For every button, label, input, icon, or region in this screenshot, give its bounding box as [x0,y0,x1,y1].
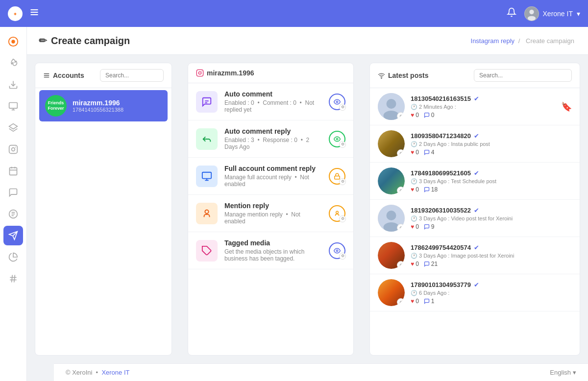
post-gear-icon: ⚙ [397,112,405,120]
post-item: ⚙ 18193206310035522 ✔ 🕐 3 Days Ago : Vid… [370,200,580,237]
post-likes: ♥ 0 [411,186,419,193]
comments-count: 1 [431,298,435,305]
heart-icon: ♥ [411,261,414,267]
sidebar-item-send[interactable] [3,226,23,245]
sidebar-item-layers[interactable] [3,118,23,138]
likes-count: 0 [416,261,419,267]
post-comments: 21 [424,261,438,267]
verified-icon: ✔ [474,281,479,288]
user-menu[interactable]: Xerone IT ▾ [524,6,580,21]
gear-icon: ⚙ [339,141,346,148]
post-time: 🕐 2 Minutes Ago : [411,104,555,110]
svg-point-33 [198,71,201,74]
post-id-row: 17890101304953779 ✔ [411,281,572,288]
post-gear-icon: ⚙ [397,187,405,194]
sidebar-item-instagram[interactable] [3,140,23,159]
accounts-panel: Accounts FriendsForever mirazmm.1996 178… [35,63,172,356]
sidebar-item-fire[interactable] [3,53,23,73]
campaign-action-button[interactable]: ⚙ [329,205,345,222]
svg-point-46 [336,250,338,252]
post-thumbnail: ⚙ [378,130,405,157]
svg-point-34 [201,71,202,71]
clock-icon: 🕐 [411,215,417,222]
topbar: ✦ Xerone IT ▾ [0,0,588,27]
sidebar-item-chat[interactable] [3,183,23,202]
svg-rect-11 [9,103,18,109]
post-stats: ♥ 0 0 [411,112,555,119]
likes-count: 0 [416,223,419,230]
campaign-meta: Manage full account reply • Not enabled [224,174,322,188]
svg-point-7 [527,16,535,20]
campaign-action-button[interactable]: ⚙ [329,131,345,147]
verified-icon: ✔ [474,95,479,102]
notification-bell-icon[interactable] [507,7,516,20]
post-info: 17849180699521605 ✔ 🕐 3 Days Ago : Test … [411,169,572,193]
post-time: 🕐 2 Days Ago : Insta public post [411,141,572,147]
svg-text:✦: ✦ [13,11,17,16]
campaign-action-button[interactable]: ⚙ [329,94,345,110]
svg-point-37 [336,101,338,103]
gear-icon: ⚙ [339,104,346,111]
post-likes: ♥ 0 [411,261,419,267]
svg-point-44 [336,211,339,214]
post-comments: 0 [424,112,435,119]
post-time: 🕐 3 Days Ago : Image post-test for Xeroi… [411,253,572,259]
post-stats: ♥ 0 18 [411,186,572,193]
breadcrumb-link[interactable]: Instagram reply [471,37,515,45]
sidebar-item-hashtag[interactable] [3,269,23,288]
accounts-search-input[interactable] [100,69,164,82]
svg-point-52 [387,211,396,220]
breadcrumb-separator: / [518,37,520,45]
campaign-info: Tagged media Get the media objects in wh… [224,239,322,262]
comments-count: 18 [431,186,438,193]
post-time-value: 2 Minutes Ago : [419,104,456,110]
page-header: ✏ Create campaign Instagram reply / Crea… [27,27,588,55]
account-item[interactable]: FriendsForever mirazmm.1996 178414105563… [39,90,168,121]
campaign-item-full-account: Full account comment reply Manage full a… [188,158,353,195]
heart-icon: ♥ [411,186,414,193]
sidebar-item-analytics[interactable] [3,247,23,267]
post-time-value: 3 Days Ago : Video post test for Xeroini [419,215,513,221]
heart-icon: ♥ [411,298,414,305]
account-avatar: FriendsForever [45,95,67,117]
post-id: 18093580471234820 [411,132,471,140]
campaign-item-auto-comment-reply: Auto comment reply Enabled : 3 • Respons… [188,120,353,158]
post-time-value: 6 Days Ago : [419,290,449,296]
campaign-info: Full account comment reply Manage full a… [224,165,322,188]
campaign-action-button[interactable]: ⚙ [329,242,345,259]
likes-count: 0 [416,186,419,193]
sidebar-item-message[interactable] [3,204,23,224]
clock-icon: 🕐 [411,290,417,296]
sidebar-item-download[interactable] [3,75,23,95]
footer-brand-link[interactable]: Xerone IT [101,369,129,376]
campaign-name: Auto comment reply [224,127,322,135]
campaign-action-button[interactable]: ⚙ [329,168,345,185]
account-id: 17841410556321388 [73,107,123,113]
user-name: Xerone IT [543,10,573,18]
post-info: 17862499754420574 ✔ 🕐 3 Days Ago : Image… [411,244,572,267]
sidebar-item-logo[interactable] [3,32,23,51]
hamburger-icon[interactable] [29,7,39,20]
post-stats: ♥ 0 21 [411,261,572,267]
post-info: 17890101304953779 ✔ 🕐 6 Days Ago : ♥ 0 [411,281,572,305]
comments-count: 9 [431,223,435,230]
post-likes: ♥ 0 [411,298,419,305]
heart-icon: ♥ [411,223,414,230]
verified-icon: ✔ [474,169,479,177]
footer-copyright: © XeroIni • Xerone IT [66,369,129,376]
language-selector[interactable]: English ▾ [550,369,576,376]
post-gear-icon: ⚙ [397,149,405,157]
post-stats: ♥ 0 4 [411,149,572,156]
post-comments: 9 [424,223,435,230]
posts-search-input[interactable] [474,69,572,82]
clock-icon: 🕐 [411,104,417,110]
svg-point-9 [11,40,15,43]
campaigns-panel-title: mirazmm.1996 [196,69,254,77]
sidebar-item-calendar[interactable] [3,161,23,181]
pencil-icon: ✏ [39,35,47,47]
campaign-meta: Get the media objects in which business … [224,248,322,262]
verified-icon: ✔ [474,207,479,214]
post-thumbnail: ⚙ [378,93,405,120]
bookmark-icon[interactable]: 🔖 [561,101,572,112]
sidebar-item-monitor[interactable] [3,96,23,116]
